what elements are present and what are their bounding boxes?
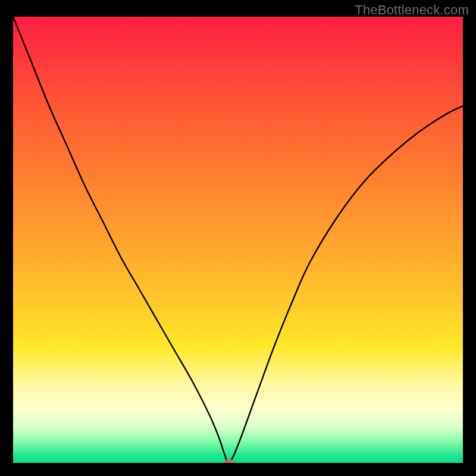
watermark-text: TheBottleneck.com xyxy=(355,2,469,18)
outer-frame: TheBottleneck.com xyxy=(0,0,476,476)
bottleneck-curve xyxy=(13,17,463,463)
minimum-marker-icon xyxy=(224,459,234,463)
plot-area xyxy=(13,17,463,463)
